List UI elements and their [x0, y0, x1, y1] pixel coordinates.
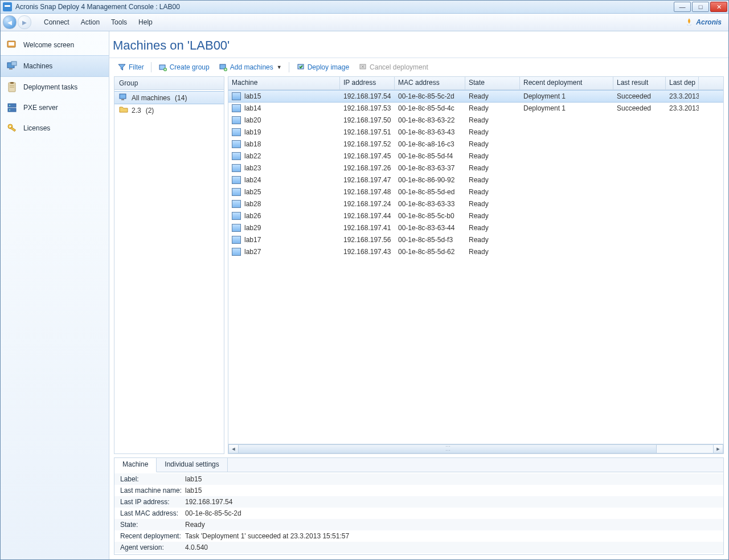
content: Filter Create group Add machines ▼ — [109, 58, 728, 559]
table-row[interactable]: lab14192.168.197.5300-1e-8c-85-5d-4cRead… — [228, 103, 723, 115]
table-row[interactable]: lab25192.168.197.4800-1e-8c-85-5d-edRead… — [228, 186, 723, 198]
mac-cell: 00-1e-8c-83-63-22 — [395, 116, 465, 124]
table-row[interactable]: lab24192.168.197.4700-1e-8c-86-90-92Read… — [228, 174, 723, 186]
details-row: State:Ready — [114, 519, 723, 530]
table-row[interactable]: lab18192.168.197.5200-1e-8c-a8-16-c3Read… — [228, 138, 723, 150]
nav-back-button[interactable]: ◄ — [3, 15, 17, 29]
scroll-track[interactable] — [239, 444, 713, 453]
details-label: State: — [120, 521, 185, 529]
group-all-machines[interactable]: All machines (14) — [114, 91, 224, 104]
monitor-icon — [232, 188, 241, 196]
table-row[interactable]: lab22192.168.197.4500-1e-8c-85-5d-f4Read… — [228, 150, 723, 162]
tab-machine[interactable]: Machine — [114, 458, 157, 472]
sidebar-item-licenses[interactable]: Licenses — [1, 118, 109, 138]
chevron-down-icon: ▼ — [277, 64, 282, 70]
menu-connect[interactable]: Connect — [38, 16, 75, 28]
col-lastdep[interactable]: Last dep — [666, 77, 699, 89]
mac-cell: 00-1e-8c-86-90-92 — [395, 176, 465, 184]
page-title: Machines on 'LAB00' — [108, 31, 728, 58]
panels: Group All machines (14) 2.3 (2) — [109, 76, 728, 457]
state-cell: Ready — [465, 128, 520, 136]
machines-group-icon — [119, 93, 128, 103]
menu-tools[interactable]: Tools — [105, 16, 133, 28]
horizontal-scrollbar[interactable]: ◄ ► — [228, 444, 723, 453]
app-icon — [3, 2, 12, 11]
col-state[interactable]: State — [465, 77, 520, 89]
ip-cell: 192.168.197.48 — [340, 188, 395, 196]
table-row[interactable]: lab26192.168.197.4400-1e-8c-85-5c-b0Read… — [228, 210, 723, 222]
state-cell: Ready — [465, 140, 520, 148]
menu-action[interactable]: Action — [75, 16, 105, 28]
main-area: Machines on 'LAB00' Filter Create group — [109, 31, 728, 559]
table-row[interactable]: lab27192.168.197.4300-1e-8c-85-5d-62Read… — [228, 246, 723, 258]
col-result[interactable]: Last result — [613, 77, 666, 89]
svg-rect-1 — [9, 42, 14, 46]
cancel-deployment-button[interactable]: Cancel deployment — [355, 62, 432, 73]
scroll-left-button[interactable]: ◄ — [228, 444, 239, 453]
col-recent[interactable]: Recent deployment — [520, 77, 613, 89]
brand-logo: Acronis — [685, 18, 722, 27]
machine-name: lab27 — [244, 248, 261, 256]
machine-name: lab17 — [244, 236, 261, 244]
table-row[interactable]: lab28192.168.197.2400-1e-8c-83-63-33Read… — [228, 198, 723, 210]
ip-cell: 192.168.197.47 — [340, 176, 395, 184]
deploy-image-button[interactable]: Deploy image — [293, 62, 353, 73]
monitor-icon — [232, 152, 241, 160]
details-label: Label: — [120, 475, 185, 483]
machine-rows: lab15192.168.197.5400-1e-8c-85-5c-2dRead… — [228, 90, 723, 444]
table-row[interactable]: lab15192.168.197.5400-1e-8c-85-5c-2dRead… — [228, 90, 723, 103]
minimize-button[interactable]: — — [674, 2, 691, 12]
add-machines-button[interactable]: Add machines ▼ — [215, 62, 285, 73]
details-row: Last MAC address:00-1e-8c-85-5c-2d — [114, 508, 723, 519]
scroll-right-button[interactable]: ► — [713, 444, 723, 453]
column-headers: Machine IP address MAC address State Rec… — [228, 77, 723, 90]
filter-button[interactable]: Filter — [114, 62, 148, 73]
table-row[interactable]: lab20192.168.197.5000-1e-8c-83-63-22Read… — [228, 115, 723, 126]
monitor-icon — [232, 176, 241, 184]
scroll-thumb[interactable] — [239, 445, 657, 453]
create-group-button[interactable]: Create group — [155, 62, 213, 73]
close-button[interactable]: ✕ — [710, 2, 727, 12]
sidebar-item-machines[interactable]: Machines — [1, 55, 109, 77]
mac-cell: 00-1e-8c-a8-16-c3 — [395, 140, 465, 148]
details-row: Last IP address:192.168.197.54 — [114, 496, 723, 508]
table-row[interactable]: lab29192.168.197.4100-1e-8c-83-63-44Read… — [228, 222, 723, 234]
table-row[interactable]: lab19192.168.197.5100-1e-8c-83-63-43Read… — [228, 126, 723, 138]
machine-name: lab26 — [244, 212, 261, 220]
nav-forward-button[interactable]: ► — [18, 15, 31, 29]
details-value: 192.168.197.54 — [185, 498, 232, 506]
sidebar-item-welcome[interactable]: Welcome screen — [1, 35, 109, 55]
sidebar-item-pxe-server[interactable]: PXE server — [1, 97, 109, 118]
svg-point-11 — [9, 105, 10, 106]
key-icon — [6, 122, 18, 134]
machine-name: lab25 — [244, 188, 261, 196]
monitor-icon — [232, 236, 241, 244]
machine-name: lab18 — [244, 140, 261, 148]
menu-help[interactable]: Help — [133, 16, 158, 28]
svg-rect-4 — [11, 62, 17, 66]
details-value: lab15 — [185, 487, 202, 494]
col-machine[interactable]: Machine — [228, 77, 340, 89]
machine-name: lab28 — [244, 200, 261, 208]
col-ip[interactable]: IP address — [340, 77, 395, 89]
details-label: Last MAC address: — [120, 509, 185, 517]
col-mac[interactable]: MAC address — [395, 77, 465, 89]
welcome-icon — [6, 39, 18, 51]
table-row[interactable]: lab17192.168.197.5600-1e-8c-85-5d-f3Read… — [228, 234, 723, 246]
server-icon — [6, 102, 18, 113]
mac-cell: 00-1e-8c-85-5c-b0 — [395, 212, 465, 220]
sidebar-item-deployment-tasks[interactable]: Deployment tasks — [1, 77, 109, 97]
monitor-icon — [232, 164, 241, 172]
clipboard-icon — [6, 81, 18, 93]
details-label: Last IP address: — [120, 498, 185, 506]
tab-individual-settings[interactable]: Individual settings — [157, 458, 227, 472]
svg-rect-15 — [10, 127, 15, 132]
group-2-3[interactable]: 2.3 (2) — [114, 104, 224, 116]
sidebar-item-label: Machines — [23, 62, 52, 70]
table-row[interactable]: lab23192.168.197.2600-1e-8c-83-63-37Read… — [228, 162, 723, 174]
maximize-button[interactable]: □ — [692, 2, 709, 12]
svg-rect-22 — [120, 94, 126, 99]
monitor-icon — [232, 92, 241, 100]
mac-cell: 00-1e-8c-85-5d-f3 — [395, 236, 465, 244]
arrow-right-icon: ► — [21, 18, 28, 27]
